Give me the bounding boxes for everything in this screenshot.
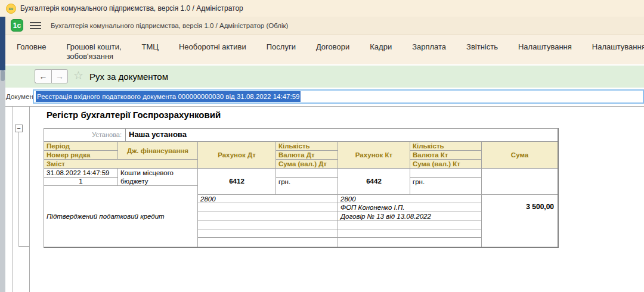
register-grid: Період Номер рядка Зміст Дж. фінансуванн… — [44, 142, 558, 247]
org-row: Установа: Наша установа — [44, 129, 558, 142]
menu-item-salary[interactable]: Зарплата — [412, 42, 446, 52]
form-navbar: ← → ☆ Рух за документом — [5, 66, 644, 88]
report-left-border — [13, 107, 13, 292]
register-table: Установа: Наша установа Період Номер ряд… — [44, 128, 559, 248]
header-funding: Дж. фінансування — [118, 142, 198, 160]
report-title: Регістр бухгалтерії Госпрозрахунковий — [47, 110, 221, 120]
cell-account-dt: 6412 — [198, 169, 276, 195]
cell-total: 3 500,00 — [482, 195, 558, 247]
separator-line — [5, 106, 644, 107]
history-buttons: ← → — [35, 69, 68, 83]
header-currency-dt: Валюта Дт — [276, 151, 338, 160]
menu-item-settings[interactable]: Налаштування — [518, 42, 572, 52]
menu-item-services[interactable]: Послуги — [267, 42, 296, 52]
window-title: Бухгалтерія комунального підприємства, в… — [20, 0, 243, 17]
panel-grip-handle[interactable] — [1, 70, 5, 81]
cell-analytics-dt-empty — [198, 212, 338, 221]
cell-funding: Кошти місцевого бюджету — [118, 169, 198, 186]
cell-analytics-kt-empty — [338, 238, 482, 247]
cell-qty-dt-empty — [276, 169, 338, 178]
cell-analytics-kt-empty — [338, 229, 482, 238]
cell-currency-dt: грн. — [276, 178, 338, 195]
cell-analytics-dt-empty — [198, 203, 338, 212]
cell-qty-kt-empty — [410, 169, 482, 178]
menu-item-main[interactable]: Головне — [17, 42, 46, 52]
sections-menu: Головне Грошові кошти, зобов'язання ТМЦ … — [5, 35, 644, 64]
cell-content: Підтверджений податковий кредит — [44, 186, 198, 247]
cell-period: 31.08.2022 14:47:59 — [44, 169, 118, 178]
cell-currency-kt: грн. — [410, 178, 482, 195]
header-sum-val-dt: Сума (вал.) Дт — [276, 160, 338, 169]
group-tree-elbow — [18, 246, 30, 247]
org-label: Установа: — [44, 129, 126, 141]
1c-logo-icon[interactable]: 1с — [11, 19, 23, 32]
header-period: Період — [44, 142, 118, 151]
header-total: Сума — [482, 142, 558, 169]
cell-analytics-kt-3: Договір № 13 від 13.08.2022 — [338, 212, 482, 221]
cell-analytics-kt-empty — [338, 220, 482, 229]
favorite-star-icon[interactable]: ☆ — [73, 69, 83, 82]
menu-item-hr[interactable]: Кадри — [370, 42, 392, 52]
menu-item-assets[interactable]: Необоротні активи — [179, 42, 246, 52]
main-menu-icon[interactable] — [30, 22, 41, 30]
header-account-kt: Рахунок Кт — [338, 142, 410, 169]
header-sum-val-kt: Сума (вал.) Кт — [410, 160, 482, 169]
header-content: Зміст — [44, 160, 198, 169]
collapse-group-button[interactable]: − — [15, 125, 23, 132]
header-account-dt: Рахунок Дт — [198, 142, 276, 169]
form-title: Рух за документом — [89, 66, 168, 88]
cell-line-number: 1 — [44, 178, 118, 187]
header-qty-dt: Кількість — [276, 142, 338, 151]
cell-analytics-kt-2: ФОП Кононенко І.П. — [338, 203, 482, 212]
back-button[interactable]: ← — [35, 69, 51, 83]
group-tree-line — [18, 132, 19, 246]
cell-analytics-dt-empty — [198, 220, 338, 229]
header-row-number: Номер рядка — [44, 151, 118, 160]
left-edge-strip-blue — [0, 17, 5, 70]
cell-analytics-kt-1: 2800 — [338, 195, 482, 204]
menu-item-reporting[interactable]: Звітність — [466, 42, 498, 52]
document-input[interactable]: Реєстрація вхідного податкового документ… — [33, 89, 644, 104]
app-logo-icon: ∞ — [6, 4, 16, 14]
header-currency-kt: Валюта Кт — [410, 151, 482, 160]
app-header-bar: 1с Бухгалтерія комунального підприємства… — [5, 17, 644, 35]
cell-analytics-dt-empty — [198, 238, 338, 247]
app-title: Бухгалтерія комунального підприємства, в… — [51, 17, 288, 35]
org-value: Наша установа — [126, 129, 558, 141]
menu-item-settings-salary[interactable]: Налаштування (Зарпл — [592, 42, 644, 52]
cell-analytics-dt-1: 2800 — [198, 195, 338, 204]
cell-analytics-dt-empty — [198, 229, 338, 238]
window-titlebar: ∞ Бухгалтерія комунального підприємства,… — [0, 0, 644, 17]
forward-button[interactable]: → — [51, 69, 68, 83]
cell-account-kt: 6442 — [338, 169, 410, 195]
menu-item-money[interactable]: Грошові кошти, зобов'язання — [66, 42, 121, 61]
header-qty-kt: Кількість — [410, 142, 482, 151]
document-input-selected-text: Реєстрація вхідного податкового документ… — [36, 91, 301, 102]
cell-total-empty — [482, 169, 558, 195]
menu-item-tmc[interactable]: ТМЦ — [142, 42, 159, 52]
menu-item-contracts[interactable]: Договори — [316, 42, 349, 52]
group-column-border — [29, 107, 30, 292]
